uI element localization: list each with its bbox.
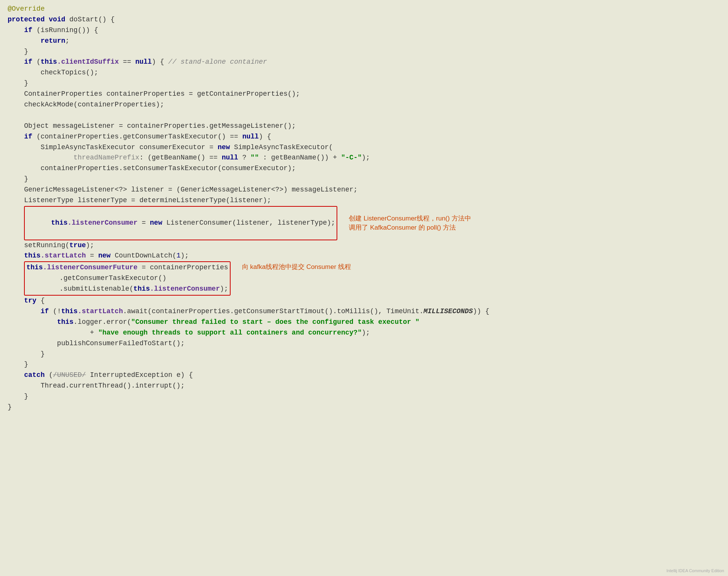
comment-standalone: // stand-alone container <box>168 57 267 68</box>
code-line-31: } <box>8 359 720 370</box>
keyword-new-1: new <box>218 142 230 153</box>
code-line-5: if (this.clientIdSuffix == null) { // st… <box>8 57 720 68</box>
code-line-4: } <box>8 47 720 57</box>
listenerconsumer-var: .listenerConsumer <box>67 219 138 227</box>
annotation-submitconsumer: 向 kafka线程池中提交 Consumer 线程 <box>242 262 351 272</box>
listenerconsumer-var-2: .listenerConsumer <box>150 284 220 294</box>
keyword-this-3: this <box>24 251 40 261</box>
boolean-true: true <box>69 240 86 251</box>
code-line-9: checkAckMode(containerProperties); <box>8 100 720 110</box>
code-line-34: } <box>8 391 720 402</box>
keyword-protected: protected <box>8 14 45 25</box>
code-line-24: .submitListenable(this.listenerConsumer)… <box>26 284 228 294</box>
keyword-void: void <box>49 14 65 25</box>
keyword-return: return <box>40 36 65 47</box>
code-line-2: if (isRunning()) { <box>8 25 720 36</box>
keyword-new-2: new <box>150 219 162 227</box>
clientidsuffix-var: .clientIdSuffix <box>57 57 119 68</box>
string-error-2: "have enough threads to support all cont… <box>98 328 362 338</box>
keyword-null-1: null <box>135 57 152 68</box>
code-line-35: } <box>8 402 720 413</box>
keyword-this-6: this <box>61 306 77 317</box>
code-line-13: SimpleAsyncTaskExecutor consumerExecutor… <box>8 142 720 153</box>
keyword-if-2: if <box>24 57 32 68</box>
code-line-30: } <box>8 349 720 360</box>
code-line-16: } <box>8 174 720 185</box>
milliseconds-const: MILLISECONDS <box>423 306 473 317</box>
keyword-if-1: if <box>24 25 32 36</box>
string-empty: "" <box>250 153 259 163</box>
code-line-23: .getConsumerTaskExecutor() <box>26 273 228 284</box>
code-line-21: this.startLatch = new CountDownLatch(1); <box>8 251 720 261</box>
code-line-14: threadNamePrefix: (getBeanName() == null… <box>8 153 720 163</box>
keyword-new-3: new <box>98 251 111 261</box>
watermark: Intellij IDEA Community Edition <box>666 568 724 574</box>
number-1: 1 <box>176 251 181 261</box>
annotation-override-line: @Override <box>8 4 720 14</box>
code-container: @Override protected void doStart() { if … <box>0 0 728 576</box>
keyword-this-1: this <box>40 57 57 68</box>
code-line-6: checkTopics(); <box>8 68 720 78</box>
code-line-1: protected void doStart() { <box>8 14 720 25</box>
code-line-32: catch (/UNUSED/ InterruptedException e) … <box>8 370 720 381</box>
code-line-33: Thread.currentThread().interrupt(); <box>8 381 720 391</box>
code-line-27: this.logger.error("Consumer thread faile… <box>8 317 720 328</box>
code-line-3: return; <box>8 36 720 47</box>
string-c: "-C-" <box>341 153 362 163</box>
code-line-29: publishConsumerFailedToStart(); <box>8 338 720 349</box>
keyword-this-7: this <box>57 317 74 328</box>
keyword-if-4: if <box>40 306 49 317</box>
code-line-25: try { <box>8 296 720 306</box>
code-line-28: + "have enough threads to support all co… <box>8 328 720 338</box>
string-error-1: "Consumer thread failed to start – does … <box>131 317 419 328</box>
code-line-blank-1 <box>8 110 720 121</box>
keyword-catch: catch <box>24 370 45 381</box>
code-line-19: this.listenerConsumer = new ListenerCons… <box>8 206 720 240</box>
boxed-section-future: this.listenerConsumerFuture = containerP… <box>8 261 720 296</box>
keyword-this-2: this <box>51 219 67 227</box>
code-line-18: ListenerType listenerType = determineLis… <box>8 195 720 206</box>
annotation-listenerconsumer: 创建 ListenerConsumer线程，run() 方法中 调用了 Kafk… <box>349 214 471 232</box>
boxed-listenerConsumerFuture: this.listenerConsumerFuture = containerP… <box>24 261 230 296</box>
startlatch-var: .startLatch <box>40 251 86 261</box>
keyword-null-3: null <box>222 153 238 163</box>
code-line-20: setRunning(true); <box>8 240 720 251</box>
code-line-7: } <box>8 78 720 89</box>
code-line-26: if (!this.startLatch.await(containerProp… <box>8 306 720 317</box>
keyword-null-2: null <box>242 132 259 142</box>
keyword-try: try <box>24 296 36 306</box>
code-line-11: Object messageListener = containerProper… <box>8 121 720 132</box>
param-threadnameprefix: threadNamePrefix <box>74 153 140 163</box>
code-line-17: GenericMessageListener<?> listener = (Ge… <box>8 185 720 195</box>
unused-annotation: /UNUSED/ <box>53 370 86 381</box>
keyword-if-3: if <box>24 132 32 142</box>
startlatch-var-2: .startLatch <box>78 306 123 317</box>
code-line-22: this.listenerConsumerFuture = containerP… <box>26 262 228 273</box>
boxed-listenerconsumer: this.listenerConsumer = new ListenerCons… <box>24 206 337 240</box>
code-line-8: ContainerProperties containerProperties … <box>8 89 720 100</box>
code-line-12: if (containerProperties.getConsumerTaskE… <box>8 132 720 142</box>
keyword-this-4: this <box>26 262 43 273</box>
listenerconsumerfuture-var: .listenerConsumerFuture <box>43 262 137 273</box>
code-line-15: containerProperties.setConsumerTaskExecu… <box>8 163 720 174</box>
keyword-this-5: this <box>133 284 150 294</box>
override-annotation: @Override <box>8 4 45 14</box>
